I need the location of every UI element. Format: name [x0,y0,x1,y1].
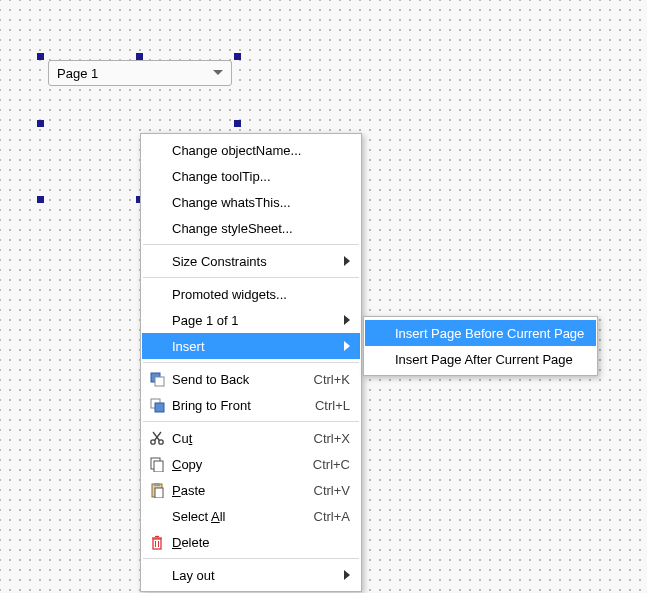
svg-rect-11 [154,483,160,486]
menu-item-label: Bring to Front [172,398,251,413]
menu-shortcut: Ctrl+K [314,372,350,387]
combobox-value: Page 1 [57,66,98,81]
page-combobox[interactable]: Page 1 [48,60,232,86]
menu-item-7[interactable]: Promoted widgets... [142,281,360,307]
menu-shortcut: Ctrl+C [313,457,350,472]
menu-item-label: Insert Page Before Current Page [395,326,584,341]
menu-shortcut: Ctrl+A [314,509,350,524]
svg-rect-1 [155,377,164,386]
menu-item-label: Cut [172,431,192,446]
menu-item-12[interactable]: Bring to FrontCtrl+L [142,392,360,418]
menu-item-18[interactable]: Delete [142,529,360,555]
copy-icon [148,455,166,473]
svg-rect-13 [153,539,161,549]
menu-item-label: Insert Page After Current Page [395,352,573,367]
submenu-item-1[interactable]: Insert Page After Current Page [365,346,596,372]
menu-shortcut: Ctrl+L [315,398,350,413]
svg-rect-3 [155,403,164,412]
menu-item-label: Send to Back [172,372,249,387]
menu-item-0[interactable]: Change objectName... [142,137,360,163]
selection-handle[interactable] [234,120,241,127]
menu-item-9[interactable]: Insert [142,333,360,359]
bring-to-front-icon [148,396,166,414]
menu-item-label: Promoted widgets... [172,287,287,302]
submenu-arrow-icon [344,315,350,325]
selection-handle[interactable] [136,53,143,60]
menu-item-20[interactable]: Lay out [142,562,360,588]
menu-separator [143,277,359,278]
menu-item-label: Size Constraints [172,254,267,269]
menu-separator [143,362,359,363]
menu-item-17[interactable]: Select AllCtrl+A [142,503,360,529]
menu-item-2[interactable]: Change whatsThis... [142,189,360,215]
insert-submenu: Insert Page Before Current PageInsert Pa… [363,316,598,376]
selection-handle[interactable] [234,53,241,60]
menu-shortcut: Ctrl+V [314,483,350,498]
submenu-arrow-icon [344,256,350,266]
selection-handle[interactable] [37,196,44,203]
selection-handle[interactable] [37,53,44,60]
submenu-arrow-icon [344,341,350,351]
menu-item-label: Change whatsThis... [172,195,291,210]
menu-item-label: Select All [172,509,225,524]
menu-item-5[interactable]: Size Constraints [142,248,360,274]
menu-item-14[interactable]: CutCtrl+X [142,425,360,451]
menu-separator [143,558,359,559]
context-menu: Change objectName...Change toolTip...Cha… [140,133,362,592]
svg-rect-9 [154,461,163,472]
cut-icon [148,429,166,447]
menu-item-3[interactable]: Change styleSheet... [142,215,360,241]
menu-item-11[interactable]: Send to BackCtrl+K [142,366,360,392]
menu-item-label: Lay out [172,568,215,583]
submenu-item-0[interactable]: Insert Page Before Current Page [365,320,596,346]
menu-item-label: Paste [172,483,205,498]
menu-item-8[interactable]: Page 1 of 1 [142,307,360,333]
selection-handle[interactable] [37,120,44,127]
submenu-arrow-icon [344,570,350,580]
menu-item-16[interactable]: PasteCtrl+V [142,477,360,503]
send-to-back-icon [148,370,166,388]
delete-icon [148,533,166,551]
menu-item-15[interactable]: CopyCtrl+C [142,451,360,477]
menu-item-label: Delete [172,535,210,550]
menu-item-label: Page 1 of 1 [172,313,239,328]
menu-separator [143,421,359,422]
paste-icon [148,481,166,499]
svg-rect-12 [155,488,163,498]
chevron-down-icon [213,70,223,76]
menu-item-label: Change styleSheet... [172,221,293,236]
menu-item-label: Copy [172,457,202,472]
menu-item-label: Insert [172,339,205,354]
menu-item-1[interactable]: Change toolTip... [142,163,360,189]
menu-separator [143,244,359,245]
menu-item-label: Change objectName... [172,143,301,158]
menu-shortcut: Ctrl+X [314,431,350,446]
menu-item-label: Change toolTip... [172,169,271,184]
